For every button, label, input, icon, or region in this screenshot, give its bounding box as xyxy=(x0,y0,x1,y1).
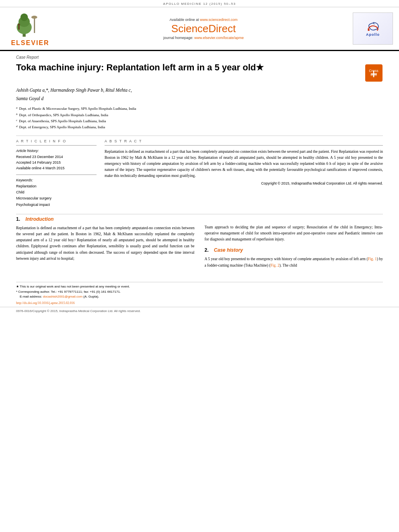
keywords-section: Keywords: Replantation Child Microvascul… xyxy=(16,178,97,208)
case-heading: 2. Case history xyxy=(205,247,383,253)
star-footnote: ★ This is our original work and has not … xyxy=(16,284,383,290)
svg-point-5 xyxy=(31,16,37,18)
intro-number: 1. xyxy=(16,216,20,222)
authors-line2: Samta Goyal d xyxy=(16,96,43,101)
abstract-column: A B S T R A C T Replantation is defined … xyxy=(105,139,383,208)
journal-header-bar: APOLLO MEDICINE 12 (2015) 50–53 xyxy=(0,0,399,7)
content-area: Case Report Toka machine injury: Replant… xyxy=(0,51,399,212)
copyright-notice: Copyright © 2015, Indraprastha Medical C… xyxy=(105,181,383,185)
article-title-row: Toka machine injury: Replantation left a… xyxy=(16,62,383,82)
homepage-url[interactable]: www.elsevier.com/locate/apme xyxy=(194,36,244,40)
affiliation-a: a Dept. of Plastic & Microvascular Surge… xyxy=(16,106,383,112)
intro-continuation-text: Team approach to deciding the plan and s… xyxy=(205,224,383,243)
keyword-4: Psychological impact xyxy=(16,202,97,208)
crossmark-badge-icon: Cross Mark xyxy=(365,64,383,82)
main-col-left: 1. Introduction Replantation is defined … xyxy=(16,216,195,272)
website-url[interactable]: www.sciencedirect.com xyxy=(200,18,238,22)
email-link[interactable]: docashish2001@gmail.com xyxy=(43,295,82,298)
elsevier-brand: ELSEVIER xyxy=(11,39,49,47)
received-date: Received 23 December 2014 xyxy=(16,154,97,160)
article-history-label: Article history: xyxy=(16,149,97,153)
article-info-abstract: A R T I C L E I N F O Article history: R… xyxy=(16,139,383,208)
available-date: Available online 4 March 2015 xyxy=(16,165,97,171)
main-content-divider xyxy=(16,214,383,214)
apollo-logo: Apollo xyxy=(351,10,395,47)
email-footnote: E-mail address: docashish2001@gmail.com … xyxy=(16,294,383,300)
svg-rect-4 xyxy=(34,18,35,33)
case-title: Case history xyxy=(214,247,243,253)
keywords-divider xyxy=(16,175,97,175)
article-info-column: A R T I C L E I N F O Article history: R… xyxy=(16,139,97,208)
intro-heading: 1. Introduction xyxy=(16,216,195,222)
keyword-2: Child xyxy=(16,189,97,195)
intro-title: Introduction xyxy=(25,216,53,222)
affiliation-d: d Dept. of Emergency, SPS Apollo Hospita… xyxy=(16,124,383,130)
accepted-date: Accepted 14 February 2015 xyxy=(16,160,97,165)
sciencedirect-logo: ScienceDirect xyxy=(171,23,236,35)
fig2-link[interactable]: Fig. 2 xyxy=(271,263,280,267)
journal-header: ELSEVIER Available online at www.science… xyxy=(0,7,399,51)
svg-point-8 xyxy=(368,29,370,31)
footer-text: 0976-0016/Copyright © 2015, Indraprastha… xyxy=(16,309,141,313)
elsevier-tree-icon xyxy=(10,10,50,39)
affiliation-c: c Dept. of Anaesthesia, SPS Apollo Hospi… xyxy=(16,118,383,124)
footer: 0976-0016/Copyright © 2015, Indraprastha… xyxy=(0,307,399,315)
keyword-1: Replantation xyxy=(16,183,97,189)
apollo-swirl-icon xyxy=(365,21,381,33)
article-info-header: A R T I C L E I N F O xyxy=(16,139,97,143)
article-title: Toka machine injury: Replantation left a… xyxy=(16,62,359,74)
intro-body-text: Replantation is defined as reattachment … xyxy=(16,225,195,262)
available-online-text: Available online at www.sciencedirect.co… xyxy=(170,18,238,22)
keywords-label: Keywords: xyxy=(16,178,97,182)
info-col-divider xyxy=(16,145,97,146)
fig1-link[interactable]: Fig. 1 xyxy=(368,257,377,261)
svg-point-6 xyxy=(18,24,20,26)
journal-citation: APOLLO MEDICINE 12 (2015) 50–53 xyxy=(163,2,236,6)
affiliation-b: b Dept. of Orthopaedics, SPS Apollo Hosp… xyxy=(16,112,383,118)
corresponding-footnote: * Corresponding author. Tel.: +91 977977… xyxy=(16,290,383,295)
journal-homepage-line: journal homepage: www.elsevier.com/locat… xyxy=(163,36,244,40)
svg-rect-7 xyxy=(18,26,20,29)
keyword-3: Microvascular surgery xyxy=(16,195,97,201)
abstract-body: Replantation is defined as reattachment … xyxy=(105,149,383,179)
abstract-header: A B S T R A C T xyxy=(105,139,383,143)
svg-point-3 xyxy=(21,13,28,21)
header-center: Available online at www.sciencedirect.co… xyxy=(60,10,347,47)
elsevier-logo: ELSEVIER xyxy=(4,10,56,47)
authors-section: Ashish Gupta a,*, Harmandeep Singh Pawar… xyxy=(16,86,383,103)
doi-line: http://dx.doi.org/10.1016/j.apme.2015.02… xyxy=(16,300,383,305)
footnote-divider xyxy=(16,282,383,282)
abstract-col-divider xyxy=(105,145,383,146)
affiliations-section: a Dept. of Plastic & Microvascular Surge… xyxy=(16,106,383,130)
authors-line1: Ashish Gupta a,*, Harmandeep Singh Pawar… xyxy=(16,88,132,92)
case-number: 2. xyxy=(205,247,209,253)
main-col-right: Team approach to deciding the plan and s… xyxy=(205,216,383,272)
main-two-columns: 1. Introduction Replantation is defined … xyxy=(16,216,383,272)
case-body-text: A 5 year old boy presented to the emerge… xyxy=(205,256,383,268)
footnotes-section: ★ This is our original work and has not … xyxy=(0,282,399,305)
apollo-brand-text: Apollo xyxy=(366,33,380,37)
section-type-label: Case Report xyxy=(16,55,383,60)
apollo-logo-box: Apollo xyxy=(353,12,393,45)
section-divider xyxy=(16,136,383,136)
doi-link[interactable]: http://dx.doi.org/10.1016/j.apme.2015.02… xyxy=(16,301,75,305)
main-content: 1. Introduction Replantation is defined … xyxy=(0,216,399,278)
